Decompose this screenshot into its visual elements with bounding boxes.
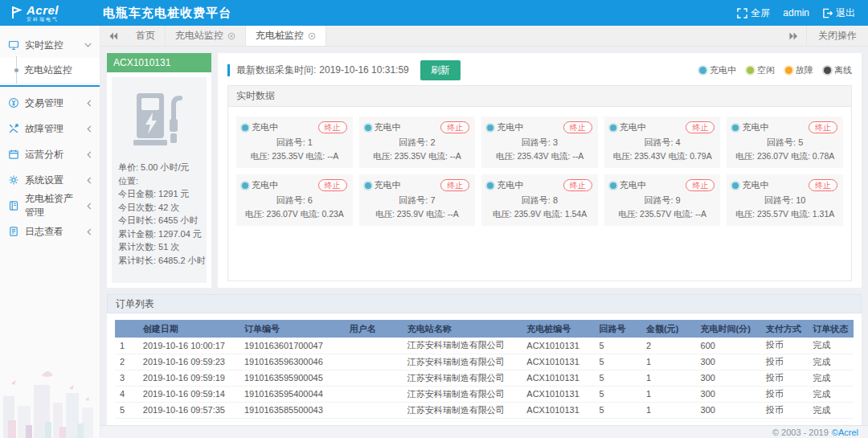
col-order-status: 订单状态: [808, 320, 854, 338]
circuit-card: 充电中终止 回路号: 8 电压: 235.9V 电流: 1.54A: [481, 174, 598, 226]
col-order-no: 订单编号: [240, 320, 345, 338]
stop-button[interactable]: 终止: [686, 179, 714, 191]
col-pay-method: 支付方式: [761, 320, 809, 338]
tabs-scroll-left-button[interactable]: [100, 26, 126, 46]
table-header-row: 创建日期 订单编号 用户名 充电站名称 充电桩编号 回路号 金额(元) 充电时间…: [115, 320, 854, 338]
orders-table: 创建日期 订单编号 用户名 充电站名称 充电桩编号 回路号 金额(元) 充电时间…: [115, 320, 854, 419]
charging-pile-icon: [130, 88, 188, 153]
transaction-icon: [8, 97, 19, 108]
active-group-divider: [0, 85, 100, 87]
tabs-scroll-right-button[interactable]: [780, 26, 806, 46]
order-list-title: 订单列表: [107, 294, 862, 313]
chevron-left-icon: [87, 125, 92, 133]
fullscreen-button[interactable]: 全屏: [737, 6, 770, 20]
copyright-text: © 2003 - 2019: [772, 428, 829, 437]
circuit-card: 充电中终止 回路号: 7 电压: 235.9V 电流: --A: [359, 174, 476, 226]
stat-location: 位置:: [118, 174, 200, 188]
tools-icon: [8, 123, 19, 134]
charging-dot-icon: [732, 125, 739, 131]
chevron-left-icon: [87, 100, 92, 107]
status-legend: 充电中 空闲 故障 离线: [699, 64, 852, 76]
charging-dot-icon: [365, 125, 371, 131]
acrel-logo: Acrel 安科瑞电气: [0, 4, 103, 22]
app-window: Acrel 安科瑞电气 电瓶车充电桩收费平台 全屏 admin 退出: [0, 0, 868, 438]
acrel-footer-link[interactable]: ©Acrel: [832, 428, 858, 437]
stat-today-count: 今日次数:42 次: [118, 201, 200, 215]
sidebar-item-station-monitor[interactable]: 充电站监控: [0, 58, 100, 82]
refresh-button[interactable]: 刷新: [420, 60, 461, 80]
stop-button[interactable]: 终止: [318, 121, 347, 133]
realtime-data-title: 实时数据: [228, 86, 851, 107]
chevron-left-icon: [87, 151, 92, 158]
calendar-icon: [8, 149, 19, 160]
charging-dot-icon: [699, 67, 706, 74]
col-pile-no: 充电桩编号: [522, 320, 594, 338]
charging-dot-icon: [487, 182, 493, 189]
table-row: 32019-10-16 09:59:191910163595900045江苏安科…: [115, 370, 854, 386]
tab-pile-monitor[interactable]: 充电桩监控: [246, 26, 326, 46]
idle-dot-icon: [747, 67, 754, 74]
stop-button[interactable]: 终止: [686, 121, 714, 133]
tab-close-icon[interactable]: [308, 32, 316, 40]
station-info-panel: ACX1010131: [107, 53, 211, 288]
close-operations-menu[interactable]: 关闭操作: [806, 26, 868, 46]
stat-today-duration: 今日时长:6455 小时: [118, 214, 200, 227]
tab-home[interactable]: 首页: [126, 26, 166, 46]
legend-fault: 故障: [785, 64, 813, 76]
sidebar-item-logs[interactable]: 日志查看: [0, 219, 100, 244]
top-header: Acrel 安科瑞电气 电瓶车充电桩收费平台 全屏 admin 退出: [0, 0, 868, 26]
col-amount: 金额(元): [641, 320, 696, 338]
fault-dot-icon: [785, 67, 792, 74]
offline-dot-icon: [824, 67, 831, 74]
circuit-cards-grid: 充电中终止 回路号: 1 电压: 235.35V 电流: --A 充电中终止 回…: [228, 107, 851, 235]
legend-offline: 离线: [824, 64, 852, 76]
book-icon: [8, 200, 19, 211]
tab-station-monitor[interactable]: 充电站监控: [166, 26, 246, 46]
logout-icon: [822, 8, 833, 18]
monitor-icon: [8, 39, 19, 51]
gear-icon: [8, 174, 19, 186]
realtime-monitor-panel: 最新数据采集时间:2019-10-16 10:31:59 刷新 充电中 空闲 故…: [218, 53, 862, 288]
charging-dot-icon: [242, 182, 248, 189]
timeline-dot-icon: [14, 68, 19, 73]
stat-total-count: 累计次数:51 次: [118, 240, 200, 254]
chevron-left-icon: [87, 177, 92, 184]
col-username: 用户名: [345, 320, 403, 338]
sidebar-item-transactions[interactable]: 交易管理: [0, 90, 100, 116]
charging-dot-icon: [732, 182, 739, 189]
circuit-card: 充电中终止 回路号: 6 电压: 236.07V 电流: 0.23A: [236, 174, 353, 226]
legend-charging: 充电中: [699, 64, 736, 76]
stop-button[interactable]: 终止: [563, 179, 592, 191]
circuit-card: 充电中终止 回路号: 10 电压: 235.57V 电流: 1.31A: [727, 174, 843, 226]
charging-dot-icon: [365, 182, 371, 189]
sidebar-item-pile-assets[interactable]: 充电桩资产管理: [0, 193, 100, 219]
page-title: 电瓶车充电桩收费平台: [103, 6, 231, 21]
tab-close-icon[interactable]: [227, 32, 235, 40]
charging-dot-icon: [610, 125, 616, 131]
stop-button[interactable]: 终止: [318, 179, 347, 191]
sidebar-item-faults[interactable]: 故障管理: [0, 116, 100, 141]
acrel-flag-icon: [11, 6, 23, 19]
order-list-panel: 订单列表 创建日期 订单编号 用户名: [107, 294, 862, 425]
table-row: 22019-10-16 09:59:231910163596300046江苏安科…: [115, 354, 854, 370]
col-circuit-no: 回路号: [594, 320, 641, 338]
stop-button[interactable]: 终止: [809, 179, 837, 191]
log-file-icon: [8, 226, 19, 237]
sidebar-item-operations-analysis[interactable]: 运营分析: [0, 141, 100, 167]
table-row: 52019-10-16 09:57:351910163585500043江苏安科…: [115, 402, 854, 418]
realtime-data-panel: 实时数据 充电中终止 回路号: 1 电压: 235.35V 电流: --A 充电…: [227, 85, 852, 281]
col-index: [115, 320, 138, 338]
stop-button[interactable]: 终止: [440, 121, 469, 133]
sidebar-item-system-settings[interactable]: 系统设置: [0, 167, 100, 193]
station-code-header: ACX1010131: [107, 53, 211, 72]
stat-unit-price: 单价:5.00 小时/元: [118, 161, 200, 174]
sidebar-item-realtime-monitor[interactable]: 实时监控: [0, 32, 100, 58]
user-menu[interactable]: admin: [783, 7, 809, 18]
fullscreen-icon: [737, 8, 747, 18]
circuit-card: 充电中终止 回路号: 9 电压: 235.57V 电流: --A: [604, 174, 721, 226]
logout-button[interactable]: 退出: [822, 6, 855, 20]
stop-button[interactable]: 终止: [809, 121, 837, 133]
stop-button[interactable]: 终止: [563, 121, 592, 133]
stop-button[interactable]: 终止: [440, 179, 469, 191]
logo-subtext: 安科瑞电气: [27, 17, 59, 22]
